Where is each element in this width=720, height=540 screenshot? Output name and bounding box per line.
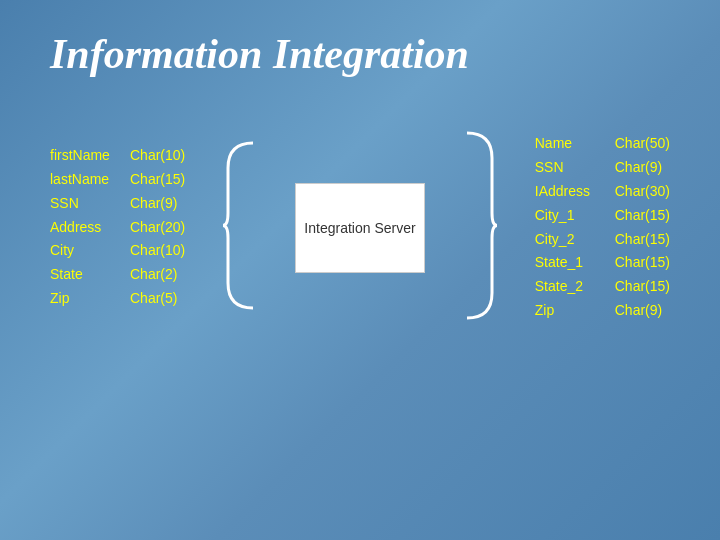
left-brace (218, 138, 263, 317)
integration-server-box: Integration Server (295, 183, 425, 273)
right-field-type-state1: Char(15) (615, 251, 670, 275)
slide: Information Integration firstName Char(1… (0, 0, 720, 540)
right-field-name-city1: City_1 (535, 204, 615, 228)
field-type-zip: Char(5) (130, 287, 185, 311)
right-field-type-city2: Char(15) (615, 228, 670, 252)
right-field-name-ssn: SSN (535, 156, 615, 180)
right-field-name-name: Name (535, 132, 615, 156)
right-field-type-city1: Char(15) (615, 204, 670, 228)
right-field-type-iaddress: Char(30) (615, 180, 670, 204)
right-brace (457, 128, 502, 327)
content-area: firstName Char(10) lastName Char(15) SSN… (50, 128, 670, 327)
field-type-lastname: Char(15) (130, 168, 185, 192)
field-type-city: Char(10) (130, 239, 185, 263)
right-field-type-zip: Char(9) (615, 299, 670, 323)
right-schema-table: Name Char(50) SSN Char(9) IAddress Char(… (535, 132, 670, 322)
field-name-zip: Zip (50, 287, 130, 311)
left-schema: firstName Char(10) lastName Char(15) SSN… (50, 144, 185, 311)
right-field-name-state1: State_1 (535, 251, 615, 275)
field-name-lastname: lastName (50, 168, 130, 192)
field-type-state: Char(2) (130, 263, 185, 287)
middle-section: Integration Server (295, 183, 425, 273)
right-field-type-name: Char(50) (615, 132, 670, 156)
slide-title: Information Integration (50, 30, 670, 78)
right-field-name-iaddress: IAddress (535, 180, 615, 204)
field-type-firstname: Char(10) (130, 144, 185, 168)
left-schema-table: firstName Char(10) lastName Char(15) SSN… (50, 144, 185, 311)
right-field-name-zip: Zip (535, 299, 615, 323)
field-name-address: Address (50, 216, 130, 240)
right-schema: Name Char(50) SSN Char(9) IAddress Char(… (535, 132, 670, 322)
right-field-type-state2: Char(15) (615, 275, 670, 299)
field-name-city: City (50, 239, 130, 263)
field-name-state: State (50, 263, 130, 287)
field-type-address: Char(20) (130, 216, 185, 240)
right-field-name-state2: State_2 (535, 275, 615, 299)
field-name-ssn: SSN (50, 192, 130, 216)
right-field-type-ssn: Char(9) (615, 156, 670, 180)
right-field-name-city2: City_2 (535, 228, 615, 252)
field-type-ssn: Char(9) (130, 192, 185, 216)
integration-server-label: Integration Server (304, 220, 415, 236)
field-name-firstname: firstName (50, 144, 130, 168)
